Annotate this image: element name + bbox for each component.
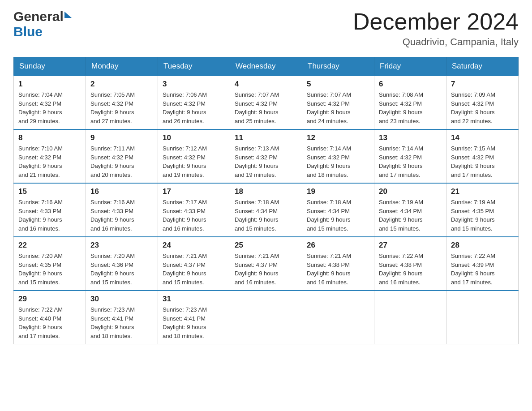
day-number: 4 [235, 80, 297, 89]
day-info: Sunrise: 7:23 AMSunset: 4:41 PMDaylight:… [163, 305, 225, 340]
day-info: Sunrise: 7:18 AMSunset: 4:34 PMDaylight:… [307, 198, 369, 233]
calendar-cell: 21Sunrise: 7:19 AMSunset: 4:35 PMDayligh… [446, 183, 519, 237]
day-number: 5 [307, 80, 369, 89]
page-header: General Blue December 2024 Quadrivio, Ca… [13, 9, 519, 48]
day-info: Sunrise: 7:10 AMSunset: 4:32 PMDaylight:… [18, 144, 81, 179]
logo-general: General [13, 9, 64, 24]
weekday-header-saturday: Saturday [446, 57, 519, 76]
calendar-cell: 18Sunrise: 7:18 AMSunset: 4:34 PMDayligh… [230, 183, 302, 237]
weekday-header-thursday: Thursday [302, 57, 374, 76]
calendar-cell [374, 291, 446, 344]
calendar-cell: 27Sunrise: 7:22 AMSunset: 4:38 PMDayligh… [374, 237, 446, 291]
calendar-cell: 10Sunrise: 7:12 AMSunset: 4:32 PMDayligh… [158, 129, 230, 183]
day-info: Sunrise: 7:16 AMSunset: 4:33 PMDaylight:… [18, 198, 81, 233]
logo-blue: Blue [13, 24, 43, 39]
day-info: Sunrise: 7:19 AMSunset: 4:35 PMDaylight:… [451, 198, 514, 233]
calendar-cell [302, 291, 374, 344]
calendar-cell: 15Sunrise: 7:16 AMSunset: 4:33 PMDayligh… [14, 183, 86, 237]
calendar-week-row: 29Sunrise: 7:22 AMSunset: 4:40 PMDayligh… [14, 291, 519, 344]
day-number: 19 [307, 187, 369, 196]
calendar-cell: 8Sunrise: 7:10 AMSunset: 4:32 PMDaylight… [14, 129, 86, 183]
day-number: 22 [18, 241, 81, 250]
day-number: 31 [163, 295, 225, 304]
calendar-cell: 11Sunrise: 7:13 AMSunset: 4:32 PMDayligh… [230, 129, 302, 183]
day-number: 18 [235, 187, 297, 196]
day-info: Sunrise: 7:05 AMSunset: 4:32 PMDaylight:… [90, 90, 153, 125]
day-info: Sunrise: 7:19 AMSunset: 4:34 PMDaylight:… [379, 198, 442, 233]
day-info: Sunrise: 7:23 AMSunset: 4:41 PMDaylight:… [90, 305, 153, 340]
calendar-cell: 4Sunrise: 7:07 AMSunset: 4:32 PMDaylight… [230, 76, 302, 129]
day-number: 12 [307, 133, 369, 142]
calendar-cell: 9Sunrise: 7:11 AMSunset: 4:32 PMDaylight… [86, 129, 158, 183]
day-info: Sunrise: 7:21 AMSunset: 4:37 PMDaylight:… [235, 252, 297, 287]
logo-arrow-icon [64, 12, 72, 18]
day-number: 2 [90, 80, 153, 89]
day-number: 13 [379, 133, 442, 142]
day-number: 28 [451, 241, 514, 250]
weekday-header-monday: Monday [86, 57, 158, 76]
weekday-header-wednesday: Wednesday [230, 57, 302, 76]
calendar-cell: 29Sunrise: 7:22 AMSunset: 4:40 PMDayligh… [14, 291, 86, 344]
calendar-cell: 12Sunrise: 7:14 AMSunset: 4:32 PMDayligh… [302, 129, 374, 183]
day-info: Sunrise: 7:11 AMSunset: 4:32 PMDaylight:… [90, 144, 153, 179]
day-number: 16 [90, 187, 153, 196]
day-info: Sunrise: 7:18 AMSunset: 4:34 PMDaylight:… [235, 198, 297, 233]
weekday-header-row: SundayMondayTuesdayWednesdayThursdayFrid… [14, 57, 519, 76]
day-info: Sunrise: 7:14 AMSunset: 4:32 PMDaylight:… [307, 144, 369, 179]
calendar-week-row: 15Sunrise: 7:16 AMSunset: 4:33 PMDayligh… [14, 183, 519, 237]
calendar-cell [230, 291, 302, 344]
day-info: Sunrise: 7:21 AMSunset: 4:38 PMDaylight:… [307, 252, 369, 287]
day-number: 8 [18, 133, 81, 142]
day-info: Sunrise: 7:16 AMSunset: 4:33 PMDaylight:… [90, 198, 153, 233]
logo: General Blue [13, 9, 72, 39]
day-info: Sunrise: 7:09 AMSunset: 4:32 PMDaylight:… [451, 90, 514, 125]
day-number: 17 [163, 187, 225, 196]
day-number: 10 [163, 133, 225, 142]
calendar-cell: 31Sunrise: 7:23 AMSunset: 4:41 PMDayligh… [158, 291, 230, 344]
day-info: Sunrise: 7:14 AMSunset: 4:32 PMDaylight:… [379, 144, 442, 179]
calendar-cell: 14Sunrise: 7:15 AMSunset: 4:32 PMDayligh… [446, 129, 519, 183]
calendar-cell: 1Sunrise: 7:04 AMSunset: 4:32 PMDaylight… [14, 76, 86, 129]
day-info: Sunrise: 7:04 AMSunset: 4:32 PMDaylight:… [18, 90, 81, 125]
day-number: 27 [379, 241, 442, 250]
day-number: 24 [163, 241, 225, 250]
weekday-header-tuesday: Tuesday [158, 57, 230, 76]
day-info: Sunrise: 7:21 AMSunset: 4:37 PMDaylight:… [163, 252, 225, 287]
day-number: 29 [18, 295, 81, 304]
day-info: Sunrise: 7:20 AMSunset: 4:35 PMDaylight:… [18, 252, 81, 287]
calendar-cell: 17Sunrise: 7:17 AMSunset: 4:33 PMDayligh… [158, 183, 230, 237]
calendar-cell: 20Sunrise: 7:19 AMSunset: 4:34 PMDayligh… [374, 183, 446, 237]
day-number: 9 [90, 133, 153, 142]
weekday-header-friday: Friday [374, 57, 446, 76]
calendar-cell: 23Sunrise: 7:20 AMSunset: 4:36 PMDayligh… [86, 237, 158, 291]
calendar-cell: 25Sunrise: 7:21 AMSunset: 4:37 PMDayligh… [230, 237, 302, 291]
calendar-cell: 26Sunrise: 7:21 AMSunset: 4:38 PMDayligh… [302, 237, 374, 291]
calendar-week-row: 8Sunrise: 7:10 AMSunset: 4:32 PMDaylight… [14, 129, 519, 183]
day-number: 3 [163, 80, 225, 89]
day-number: 23 [90, 241, 153, 250]
calendar-cell: 28Sunrise: 7:22 AMSunset: 4:39 PMDayligh… [446, 237, 519, 291]
calendar-cell: 16Sunrise: 7:16 AMSunset: 4:33 PMDayligh… [86, 183, 158, 237]
calendar-cell: 2Sunrise: 7:05 AMSunset: 4:32 PMDaylight… [86, 76, 158, 129]
day-info: Sunrise: 7:20 AMSunset: 4:36 PMDaylight:… [90, 252, 153, 287]
calendar-cell: 22Sunrise: 7:20 AMSunset: 4:35 PMDayligh… [14, 237, 86, 291]
calendar-cell [446, 291, 519, 344]
day-info: Sunrise: 7:22 AMSunset: 4:39 PMDaylight:… [451, 252, 514, 287]
day-number: 25 [235, 241, 297, 250]
day-number: 30 [90, 295, 153, 304]
day-info: Sunrise: 7:22 AMSunset: 4:40 PMDaylight:… [18, 305, 81, 340]
day-info: Sunrise: 7:06 AMSunset: 4:32 PMDaylight:… [163, 90, 225, 125]
calendar-week-row: 1Sunrise: 7:04 AMSunset: 4:32 PMDaylight… [14, 76, 519, 129]
day-number: 14 [451, 133, 514, 142]
day-info: Sunrise: 7:15 AMSunset: 4:32 PMDaylight:… [451, 144, 514, 179]
calendar-week-row: 22Sunrise: 7:20 AMSunset: 4:35 PMDayligh… [14, 237, 519, 291]
calendar-cell: 6Sunrise: 7:08 AMSunset: 4:32 PMDaylight… [374, 76, 446, 129]
day-number: 6 [379, 80, 442, 89]
month-title: December 2024 [353, 9, 519, 34]
day-number: 20 [379, 187, 442, 196]
calendar-cell: 3Sunrise: 7:06 AMSunset: 4:32 PMDaylight… [158, 76, 230, 129]
title-section: December 2024 Quadrivio, Campania, Italy [353, 9, 519, 48]
day-number: 11 [235, 133, 297, 142]
calendar-cell: 13Sunrise: 7:14 AMSunset: 4:32 PMDayligh… [374, 129, 446, 183]
location-subtitle: Quadrivio, Campania, Italy [353, 36, 519, 48]
